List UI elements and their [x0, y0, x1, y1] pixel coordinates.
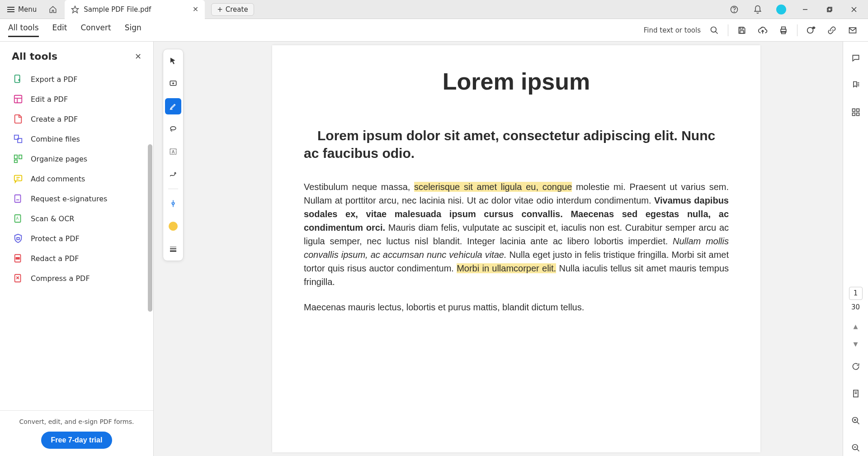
sidebar-close-button[interactable]: ✕	[135, 52, 142, 61]
svg-line-9	[716, 31, 718, 33]
ai-assist-button[interactable]: +	[804, 23, 818, 38]
separator	[728, 24, 728, 36]
draw-tool[interactable]	[165, 166, 181, 182]
menu-label: Menu	[18, 5, 37, 14]
doc-paragraph-1: Vestibulum neque massa, scelerisque sit …	[304, 180, 729, 289]
minimize-button[interactable]	[796, 2, 815, 17]
svg-text:+: +	[813, 26, 816, 29]
total-pages: 30	[849, 303, 863, 312]
help-button[interactable]	[725, 2, 743, 17]
document-tab[interactable]: Sample PDF File.pdf ✕	[65, 0, 205, 19]
nav-all-tools[interactable]: All tools	[8, 23, 39, 37]
annotation-toolbar: A	[163, 49, 184, 261]
svg-rect-34	[17, 238, 19, 240]
account-avatar[interactable]	[772, 2, 790, 17]
sidebar-item-edit-pdf[interactable]: Edit a PDF	[0, 89, 153, 109]
svg-rect-31	[15, 195, 21, 203]
pin-tool[interactable]	[165, 195, 181, 212]
close-window-button[interactable]	[844, 2, 863, 17]
add-text-comment-tool[interactable]	[165, 76, 181, 92]
sidebar-label: Redact a PDF	[31, 254, 79, 263]
free-trial-button[interactable]: Free 7-day trial	[41, 432, 113, 449]
main-area: All tools ✕ Export a PDF Edit a PDF Crea…	[0, 42, 868, 456]
lasso-tool[interactable]	[165, 121, 181, 137]
current-page-input[interactable]: 1	[849, 287, 863, 300]
sidebar-item-scan-ocr[interactable]: AScan & OCR	[0, 209, 153, 228]
rotate-button[interactable]	[848, 358, 864, 375]
separator	[797, 24, 797, 36]
organize-icon	[13, 153, 24, 164]
search-button[interactable]	[707, 23, 722, 38]
bookmarks-panel-button[interactable]	[848, 77, 864, 93]
email-button[interactable]	[845, 23, 860, 38]
menu-button[interactable]: Menu	[0, 5, 44, 14]
text-comment-icon	[169, 80, 177, 88]
color-picker[interactable]	[165, 218, 181, 234]
document-area[interactable]: Lorem ipsum Lorem ipsum dolor sit amet, …	[154, 42, 843, 456]
sidebar-item-organize-pages[interactable]: Organize pages	[0, 149, 153, 169]
svg-rect-41	[852, 109, 855, 112]
sparkle-icon: +	[806, 25, 816, 35]
page-display-button[interactable]	[848, 385, 864, 402]
svg-marker-0	[72, 6, 79, 13]
link-icon	[827, 26, 836, 35]
find-text-button[interactable]: Find text or tools	[644, 26, 701, 34]
upload-button[interactable]	[755, 23, 770, 38]
sidebar-item-combine-files[interactable]: Combine files	[0, 129, 153, 149]
cloud-upload-icon	[758, 25, 768, 35]
create-button[interactable]: + Create	[211, 3, 254, 16]
sidebar-item-redact-pdf[interactable]: Redact a PDF	[0, 248, 153, 268]
svg-rect-36	[16, 257, 19, 259]
nav-sign[interactable]: Sign	[125, 23, 142, 37]
select-tool[interactable]	[165, 53, 181, 69]
save-icon	[737, 26, 746, 35]
avatar-icon	[776, 5, 786, 14]
print-button[interactable]	[776, 23, 791, 38]
page-indicator: 1 30	[849, 287, 863, 312]
comments-panel-button[interactable]	[848, 50, 864, 66]
tab-title: Sample PDF File.pdf	[84, 5, 188, 14]
page-up-button[interactable]: ▲	[854, 323, 858, 330]
esign-icon	[13, 193, 24, 204]
close-icon	[851, 6, 857, 13]
zoom-in-icon	[851, 416, 860, 425]
thumbnails-panel-button[interactable]	[848, 104, 864, 120]
sidebar-item-protect-pdf[interactable]: Protect a PDF	[0, 228, 153, 248]
sidebar-label: Combine files	[31, 135, 80, 143]
sidebar-scrollbar[interactable]	[148, 144, 152, 312]
star-icon	[71, 5, 79, 14]
sidebar-label: Compress a PDF	[31, 274, 90, 283]
svg-line-49	[857, 422, 859, 424]
nav-convert[interactable]: Convert	[80, 23, 111, 37]
text-box-icon: A	[169, 147, 177, 156]
sidebar-item-export-pdf[interactable]: Export a PDF	[0, 69, 153, 89]
sidebar-item-compress-pdf[interactable]: Compress a PDF	[0, 268, 153, 288]
page-down-button[interactable]: ▼	[854, 341, 858, 347]
highlight-1: scelerisque sit amet ligula eu, congue	[414, 182, 572, 192]
highlight-tool[interactable]	[165, 98, 181, 114]
line-weight-tool[interactable]	[165, 241, 181, 257]
combine-icon	[13, 133, 24, 144]
minimize-icon	[802, 6, 808, 13]
zoom-out-button[interactable]	[848, 440, 864, 456]
maximize-button[interactable]	[820, 2, 839, 17]
cursor-icon	[169, 57, 177, 65]
share-link-button[interactable]	[825, 23, 839, 38]
svg-rect-13	[782, 27, 785, 29]
zoom-in-button[interactable]	[848, 413, 864, 429]
sidebar-title: All tools	[12, 51, 57, 62]
sidebar-item-request-esignatures[interactable]: Request e-signatures	[0, 189, 153, 209]
sidebar-item-add-comments[interactable]: Add comments	[0, 169, 153, 189]
titlebar: Menu Sample PDF File.pdf ✕ + Create	[0, 0, 868, 19]
svg-rect-25	[14, 155, 17, 159]
tool-nav: All tools Edit Convert Sign	[8, 23, 142, 37]
sidebar-item-create-pdf[interactable]: Create a PDF	[0, 109, 153, 129]
text-select-tool[interactable]: A	[165, 143, 181, 160]
search-icon	[710, 26, 719, 35]
home-button[interactable]	[44, 2, 62, 17]
close-tab-icon[interactable]: ✕	[193, 5, 198, 14]
nav-edit[interactable]: Edit	[52, 23, 67, 37]
sidebar-scroll: Export a PDF Edit a PDF Create a PDF Com…	[0, 67, 153, 410]
notifications-button[interactable]	[749, 2, 767, 17]
save-button[interactable]	[735, 23, 749, 38]
